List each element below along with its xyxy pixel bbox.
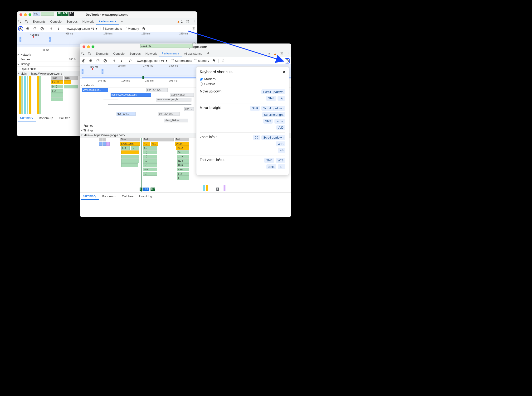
overview-handle-right[interactable]: || bbox=[49, 37, 51, 42]
capture-settings-icon[interactable] bbox=[191, 26, 196, 31]
upload-button[interactable] bbox=[112, 58, 117, 64]
shortcut-zoom: Zoom in/out ⌘Scroll up/down W/S +/- bbox=[200, 132, 285, 155]
shortcut-move-updown: Move up/down Scroll up/down Shift↑/↓ bbox=[200, 87, 285, 103]
collapse-button[interactable] bbox=[220, 58, 226, 64]
svg-rect-12 bbox=[90, 53, 91, 55]
close-dot[interactable] bbox=[83, 45, 85, 48]
zoom-dot[interactable] bbox=[92, 45, 95, 48]
recording-dropdown[interactable]: www.google.com #1▾ bbox=[135, 58, 169, 63]
tab-sources[interactable]: Sources bbox=[127, 50, 143, 57]
svg-point-19 bbox=[280, 60, 281, 61]
flask-icon[interactable] bbox=[205, 50, 211, 57]
svg-point-9 bbox=[193, 28, 194, 29]
main-tabbar: Elements Console Sources Network Perform… bbox=[17, 18, 197, 25]
capture-settings-icon[interactable] bbox=[278, 58, 283, 64]
close-dot[interactable] bbox=[19, 13, 22, 16]
overview-minimap[interactable]: 998 ms 1498 ms 1998 ms 2498 ms 498 ms ||… bbox=[17, 32, 197, 44]
tab-console[interactable]: Console bbox=[111, 50, 127, 57]
tab-network[interactable]: Network bbox=[80, 18, 96, 25]
memory-checkbox[interactable]: Memory bbox=[124, 27, 139, 30]
warning-icon: ▲ bbox=[273, 52, 277, 55]
gear-icon[interactable] bbox=[278, 50, 285, 57]
btab-summary[interactable]: Summary bbox=[81, 193, 99, 200]
overview-range-label: 496 ms bbox=[89, 65, 99, 68]
svg-line-18 bbox=[104, 60, 106, 62]
tab-sources[interactable]: Sources bbox=[64, 18, 80, 25]
recording-dropdown[interactable]: www.google.com #1▾ bbox=[65, 26, 99, 31]
perf-toolbar: www.google.com #1▾ Screenshots Memory bbox=[17, 25, 197, 32]
traffic-lights bbox=[80, 45, 95, 48]
devtools-window-2: DevTools - www.google.com/ Elements Cons… bbox=[80, 43, 291, 217]
btab-calltree[interactable]: Call tree bbox=[120, 193, 136, 199]
reload-button[interactable] bbox=[32, 26, 38, 31]
keyboard-shortcuts-panel: Keyboard shortcuts ✕ Modern Classic Move… bbox=[196, 66, 289, 175]
panel-title: Keyboard shortcuts bbox=[200, 70, 233, 74]
screenshots-checkbox[interactable]: Screenshots bbox=[100, 27, 122, 30]
record-reload-button[interactable] bbox=[18, 26, 23, 31]
svg-rect-2 bbox=[27, 21, 28, 23]
help-button[interactable] bbox=[285, 58, 290, 64]
device-icon[interactable] bbox=[23, 18, 30, 25]
tab-elements[interactable]: Elements bbox=[93, 50, 111, 57]
shortcut-move-leftright: Move left/right ShiftScroll up/down Scro… bbox=[200, 103, 285, 132]
svg-rect-11 bbox=[88, 52, 90, 54]
warning-badge[interactable]: ▲ bbox=[273, 52, 277, 55]
warning-icon: ▲ bbox=[177, 20, 180, 23]
svg-point-13 bbox=[281, 53, 282, 54]
clear-button[interactable] bbox=[102, 58, 108, 64]
tab-performance[interactable]: Performance bbox=[159, 50, 182, 57]
radio-classic[interactable]: Classic bbox=[200, 82, 285, 86]
tab-ai-assistance[interactable]: AI assistance bbox=[182, 50, 205, 57]
device-icon[interactable] bbox=[86, 50, 93, 57]
overview-range-label: 498 ms bbox=[30, 33, 39, 36]
radio-modern[interactable]: Modern bbox=[200, 77, 285, 81]
svg-point-16 bbox=[90, 60, 91, 61]
perf-toolbar: www.google.com #1▾ Screenshots Memory bbox=[80, 57, 291, 64]
tab-console[interactable]: Console bbox=[48, 18, 64, 25]
btab-eventlog[interactable]: Event log bbox=[137, 193, 154, 199]
record-button[interactable] bbox=[25, 26, 30, 31]
chevron-down-icon: ▾ bbox=[166, 59, 167, 63]
more-tabs-icon[interactable]: » bbox=[266, 50, 272, 57]
btab-summary[interactable]: Summary bbox=[18, 115, 36, 122]
minimize-dot[interactable] bbox=[24, 13, 27, 16]
memory-checkbox[interactable]: Memory bbox=[194, 59, 209, 63]
main-tabbar: Elements Console Sources Network Perform… bbox=[80, 50, 291, 57]
chevron-down-icon: ▾ bbox=[96, 27, 97, 30]
btab-bottomup[interactable]: Bottom-up bbox=[100, 193, 119, 199]
gc-button[interactable] bbox=[141, 26, 146, 31]
btab-calltree[interactable]: Call tree bbox=[57, 115, 73, 121]
btab-bottomup[interactable]: Bottom-up bbox=[37, 115, 56, 121]
gear-icon[interactable] bbox=[184, 18, 191, 25]
svg-line-8 bbox=[41, 28, 43, 30]
tab-elements[interactable]: Elements bbox=[30, 18, 48, 25]
gc-button[interactable] bbox=[211, 58, 216, 64]
svg-point-6 bbox=[27, 28, 28, 29]
inspect-icon[interactable] bbox=[80, 50, 86, 57]
shortcut-fast-zoom: Fast zoom in/out ShiftW/S Shift+/- bbox=[200, 155, 285, 172]
more-tabs-icon[interactable]: » bbox=[119, 18, 125, 25]
kebab-icon[interactable]: ⋮ bbox=[285, 50, 291, 57]
download-button[interactable] bbox=[119, 58, 124, 64]
zoom-dot[interactable] bbox=[29, 13, 31, 16]
screenshots-checkbox[interactable]: Screenshots bbox=[171, 59, 192, 63]
overview-handle-left[interactable]: || bbox=[19, 37, 21, 42]
kebab-icon[interactable]: ⋮ bbox=[191, 18, 197, 25]
tab-network[interactable]: Network bbox=[143, 50, 159, 57]
home-button[interactable] bbox=[128, 58, 133, 64]
download-button[interactable] bbox=[56, 26, 61, 31]
traffic-lights bbox=[17, 13, 31, 16]
inspect-icon[interactable] bbox=[17, 18, 23, 25]
close-icon[interactable]: ✕ bbox=[282, 70, 285, 74]
minimize-dot[interactable] bbox=[87, 45, 90, 48]
upload-button[interactable] bbox=[49, 26, 54, 31]
overview-handle-left[interactable]: || bbox=[82, 69, 83, 74]
tab-performance[interactable]: Performance bbox=[96, 18, 118, 25]
warning-badge[interactable]: ▲1 bbox=[177, 20, 183, 23]
overview-handle-right[interactable]: || bbox=[101, 69, 103, 74]
clear-button[interactable] bbox=[40, 26, 45, 31]
reload-button[interactable] bbox=[95, 58, 100, 64]
record-button[interactable] bbox=[88, 58, 94, 64]
record-reload-button[interactable] bbox=[81, 58, 86, 64]
svg-rect-1 bbox=[25, 20, 27, 22]
